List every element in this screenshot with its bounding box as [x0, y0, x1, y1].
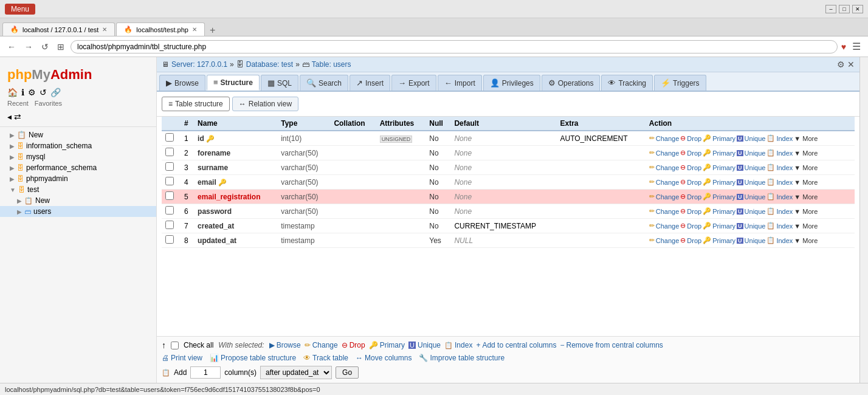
action-unique-btn[interactable]: U Unique [408, 341, 441, 349]
action-primary-btn[interactable]: 🔑 Primary [369, 341, 405, 349]
tab-structure[interactable]: ≡ Structure [207, 75, 260, 91]
more-dropdown[interactable]: ▼ More [794, 193, 818, 201]
tab-search[interactable]: 🔍 Search [300, 75, 348, 91]
index-link[interactable]: 📋Index [766, 178, 793, 186]
breadcrumb-db-link[interactable]: Database: test [246, 60, 293, 69]
action-index-btn[interactable]: 📋 Index [444, 341, 472, 349]
primary-link[interactable]: 🔑Primary [703, 149, 735, 157]
go-button[interactable]: Go [336, 366, 359, 379]
breadcrumb-table-link[interactable]: Table: users [312, 60, 351, 69]
print-view-link[interactable]: 🖨 Print view [162, 354, 202, 362]
drop-link[interactable]: ⊖Drop [680, 134, 701, 142]
track-table-link[interactable]: 👁 Track table [303, 354, 348, 362]
unique-link[interactable]: UUnique [737, 135, 765, 142]
sidebar-item-new[interactable]: ▶ 📋 New [0, 129, 156, 140]
change-link[interactable]: ✏Change [649, 178, 680, 186]
drop-link[interactable]: ⊖Drop [680, 163, 701, 171]
primary-link[interactable]: 🔑Primary [703, 163, 735, 171]
more-dropdown[interactable]: ▼ More [794, 237, 818, 244]
link-sidebar-icon[interactable]: 🔗 [50, 88, 61, 97]
tab-privileges[interactable]: 👤 Privileges [483, 75, 540, 91]
change-link[interactable]: ✏Change [649, 222, 680, 230]
sync-sidebar-icon[interactable]: ⇄ [14, 112, 21, 122]
unique-link[interactable]: UUnique [737, 208, 765, 215]
more-dropdown[interactable]: ▼ More [794, 222, 818, 230]
drop-link[interactable]: ⊖Drop [680, 222, 701, 230]
close-button[interactable]: ✕ [852, 5, 863, 13]
drop-link[interactable]: ⊖Drop [680, 178, 701, 186]
sidebar-item-test[interactable]: ▼ 🗄 test [0, 184, 156, 195]
action-browse-btn[interactable]: ▶ Browse [269, 341, 301, 349]
sidebar-item-performance-schema[interactable]: ▶ 🗄 performance_schema [0, 162, 156, 173]
tab-tracking[interactable]: 👁 Tracking [601, 75, 653, 91]
more-dropdown[interactable]: ▼ More [794, 208, 818, 215]
row-checkbox[interactable] [165, 191, 174, 200]
maximize-button[interactable]: □ [839, 5, 850, 13]
favorites-link[interactable]: Favorites [35, 100, 62, 107]
drop-link[interactable]: ⊖Drop [680, 236, 701, 244]
primary-link[interactable]: 🔑Primary [703, 222, 735, 230]
tab-operations[interactable]: ⚙ Operations [542, 75, 601, 91]
check-all-checkbox[interactable] [171, 342, 179, 349]
unique-link[interactable]: UUnique [737, 164, 765, 171]
index-link[interactable]: 📋Index [766, 163, 793, 171]
primary-link[interactable]: 🔑Primary [703, 207, 735, 215]
move-columns-link[interactable]: ↔ Move columns [356, 354, 412, 362]
unique-link[interactable]: UUnique [737, 237, 765, 244]
unique-link[interactable]: UUnique [737, 222, 765, 230]
primary-link[interactable]: 🔑Primary [703, 134, 735, 142]
bookmark-icon[interactable]: ♥ [841, 42, 846, 52]
sidebar-item-users[interactable]: ▶ 🗃 users [0, 206, 156, 217]
change-link[interactable]: ✏Change [649, 134, 680, 142]
add-columns-input[interactable] [190, 366, 221, 379]
change-link[interactable]: ✏Change [649, 193, 680, 201]
row-checkbox[interactable] [165, 221, 174, 229]
tab-insert[interactable]: ↗ Insert [350, 75, 390, 91]
recent-link[interactable]: Recent [7, 100, 29, 107]
more-dropdown[interactable]: ▼ More [794, 164, 818, 171]
browser-tab-1[interactable]: 🔥 localhost / 127.0.0.1 / test ✕ [2, 22, 115, 36]
drop-link[interactable]: ⊖Drop [680, 193, 701, 201]
unique-link[interactable]: UUnique [737, 179, 765, 186]
drop-link[interactable]: ⊖Drop [680, 149, 701, 157]
row-checkbox[interactable] [165, 148, 174, 156]
back-button[interactable]: ← [5, 41, 18, 53]
tab-import[interactable]: ← Import [438, 75, 482, 91]
minimize-button[interactable]: – [825, 5, 836, 13]
check-all-label[interactable]: Check all [184, 341, 213, 349]
settings-sidebar-icon[interactable]: ⚙ [28, 88, 36, 97]
refresh-sidebar-icon[interactable]: ↺ [40, 88, 47, 97]
more-dropdown[interactable]: ▼ More [794, 149, 818, 157]
tab2-close[interactable]: ✕ [192, 26, 197, 33]
index-link[interactable]: 📋Index [766, 134, 793, 142]
new-tab-button[interactable]: + [206, 25, 219, 36]
subtab-relation-view[interactable]: ↔ Relation view [232, 97, 298, 111]
home-button[interactable]: ⊞ [55, 41, 67, 53]
reload-button[interactable]: ↺ [39, 41, 51, 53]
header-close-button[interactable]: ✕ [847, 60, 855, 69]
primary-link[interactable]: 🔑Primary [703, 193, 735, 201]
change-link[interactable]: ✏Change [649, 236, 680, 244]
address-input[interactable] [71, 40, 838, 53]
sidebar-item-mysql[interactable]: ▶ 🗄 mysql [0, 151, 156, 162]
index-link[interactable]: 📋Index [766, 236, 793, 244]
info-icon[interactable]: ℹ [21, 88, 24, 97]
breadcrumb-server-link[interactable]: Server: 127.0.0.1 [171, 60, 227, 69]
tab-triggers[interactable]: ⚡ Triggers [654, 75, 706, 91]
action-remove-central-btn[interactable]: − Remove from central columns [560, 341, 663, 349]
primary-link[interactable]: 🔑Primary [703, 236, 735, 244]
improve-structure-link[interactable]: 🔧 Improve table structure [419, 354, 505, 362]
subtab-table-structure[interactable]: ≡ Table structure [162, 97, 230, 111]
index-link[interactable]: 📋Index [766, 193, 793, 201]
action-drop-btn[interactable]: ⊖ Drop [342, 341, 365, 349]
row-checkbox[interactable] [165, 162, 174, 171]
propose-table-link[interactable]: 📊 Propose table structure [210, 354, 296, 362]
tab1-close[interactable]: ✕ [102, 26, 107, 33]
row-checkbox[interactable] [165, 235, 174, 244]
change-link[interactable]: ✏Change [649, 207, 680, 215]
index-link[interactable]: 📋Index [766, 149, 793, 157]
collapse-sidebar-icon[interactable]: ◂ [7, 112, 12, 122]
index-link[interactable]: 📋Index [766, 207, 793, 215]
more-dropdown[interactable]: ▼ More [794, 135, 818, 142]
sidebar-item-test-new[interactable]: ▶ 📋 New [0, 195, 156, 206]
